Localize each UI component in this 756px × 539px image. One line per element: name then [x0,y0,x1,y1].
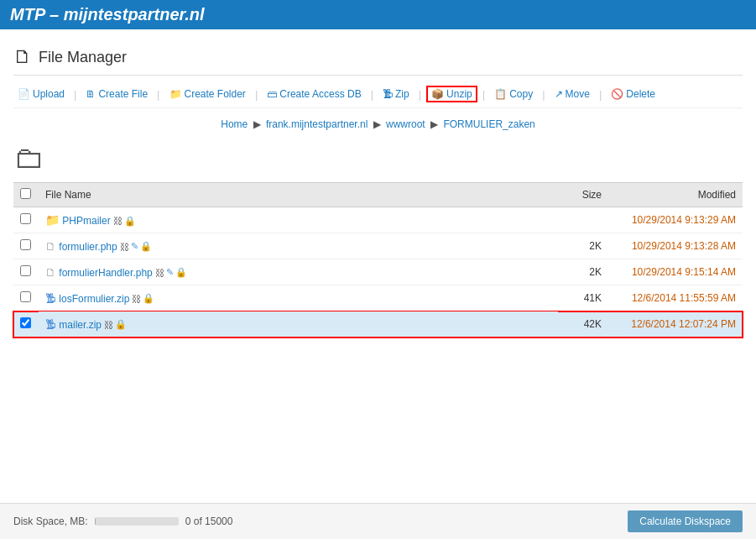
link-icon: ⛓ [113,216,123,226]
current-folder-icon: 🗀 [13,140,743,175]
calculate-diskspace-button[interactable]: Calculate Diskspace [628,510,743,532]
table-header-row: File Name Size Modified [13,183,743,207]
diskspace-progress-bar [95,517,179,526]
folder-icon: 📁 [45,213,60,227]
main-content: 🗋 File Manager 📄 Upload | 🗎 Create File … [0,29,756,346]
file-modified: 12/6/2014 12:07:24 PM [608,311,743,338]
lock-icon: 🔒 [115,319,127,330]
toolbar: 📄 Upload | 🗎 Create File | 📁 Create Fold… [13,81,743,108]
diskspace-label: Disk Space, MB: [13,515,88,527]
file-icon: 🗋 [45,266,56,279]
row-checkbox[interactable] [20,265,31,276]
move-icon: ↗ [555,88,563,100]
zip-file-icon: 🗜 [45,318,56,331]
row-checkbox[interactable] [20,239,31,250]
copy-button[interactable]: 📋 Copy [490,86,537,102]
edit-icon: ✎ [131,241,138,252]
file-size: 2K [558,259,608,285]
file-name-link[interactable]: mailer.zip [59,319,102,331]
link-icon: ⛓ [155,268,164,278]
file-modified: 12/6/2014 11:55:59 AM [608,285,743,311]
app-title: MTP – mijntestpartner.nl [10,5,205,24]
breadcrumb-home[interactable]: Home [221,118,248,130]
create-folder-button[interactable]: 📁 Create Folder [165,86,250,102]
table-row: 🗋 formulier.php⛓✎🔒2K10/29/2014 9:13:28 A… [13,233,743,259]
delete-button[interactable]: 🚫 Delete [607,86,660,102]
file-size: 42K [558,311,608,338]
breadcrumb-level3[interactable]: FORMULIER_zaken [443,118,534,130]
page-title: File Manager [39,49,127,66]
copy-icon: 📋 [494,88,507,100]
page-title-area: 🗋 File Manager [13,38,743,76]
col-modified-header: Modified [608,183,743,207]
col-filename-header: File Name [39,183,558,207]
file-modified: 10/29/2014 9:13:29 AM [608,207,743,233]
file-size: 2K [558,233,608,259]
select-all-checkbox[interactable] [20,188,31,199]
table-row: 🗜 mailer.zip⛓🔒42K12/6/2014 12:07:24 PM [13,311,743,338]
delete-icon: 🚫 [611,88,623,100]
diskspace-progress-fill [95,517,96,526]
row-checkbox[interactable] [20,317,31,328]
create-folder-icon: 📁 [169,88,182,100]
upload-button[interactable]: 📄 Upload [13,86,69,102]
file-modified: 10/29/2014 9:13:28 AM [608,233,743,259]
move-button[interactable]: ↗ Move [550,86,594,102]
file-modified: 10/29/2014 9:15:14 AM [608,259,743,285]
breadcrumb: Home ▶ frank.mijntestpartner.nl ▶ wwwroo… [13,113,743,137]
edit-icon: ✎ [166,267,174,278]
table-row: 🗋 formulierHandler.php⛓✎🔒2K10/29/2014 9:… [13,259,743,285]
link-icon: ⛓ [104,320,113,330]
zip-file-icon: 🗜 [45,292,56,305]
file-size [558,207,608,233]
row-checkbox[interactable] [20,291,31,302]
file-icon: 🗋 [45,240,56,253]
link-icon: ⛓ [132,294,141,304]
create-file-icon: 🗎 [86,88,96,100]
zip-button[interactable]: 🗜 Zip [378,86,414,102]
file-name-link[interactable]: PHPmailer [62,215,110,227]
bottom-bar: Disk Space, MB: 0 of 15000 Calculate Dis… [0,503,756,539]
link-icon: ⛓ [120,242,129,252]
file-name-link[interactable]: losFormulier.zip [59,293,129,305]
unzip-button[interactable]: 📦 Unzip [426,86,477,102]
lock-icon: 🔒 [175,267,187,278]
diskspace-value: 0 of 15000 [185,515,233,527]
row-checkbox[interactable] [20,213,31,224]
table-row: 📁 PHPmailer⛓🔒10/29/2014 9:13:29 AM [13,207,743,233]
create-file-button[interactable]: 🗎 Create File [81,86,152,102]
page-icon: 🗋 [13,46,32,68]
file-table: File Name Size Modified 📁 PHPmailer⛓🔒10/… [13,182,743,338]
lock-icon: 🔒 [143,293,154,304]
breadcrumb-level2[interactable]: wwwroot [386,118,425,130]
lock-icon: 🔒 [140,241,152,252]
zip-icon: 🗜 [383,88,393,100]
upload-icon: 📄 [18,88,30,100]
file-name-link[interactable]: formulier.php [59,241,117,253]
file-name-link[interactable]: formulierHandler.php [59,267,152,279]
app-header: MTP – mijntestpartner.nl [0,0,756,29]
unzip-icon: 📦 [431,88,444,100]
breadcrumb-level1[interactable]: frank.mijntestpartner.nl [266,118,368,130]
diskspace-info: Disk Space, MB: 0 of 15000 [13,515,232,527]
create-db-icon: 🗃 [267,88,277,100]
file-size: 41K [558,285,608,311]
table-row: 🗜 losFormulier.zip⛓🔒41K12/6/2014 11:55:5… [13,285,743,311]
lock-icon: 🔒 [124,216,136,227]
col-size-header: Size [558,183,608,207]
create-access-db-button[interactable]: 🗃 Create Access DB [263,86,365,102]
